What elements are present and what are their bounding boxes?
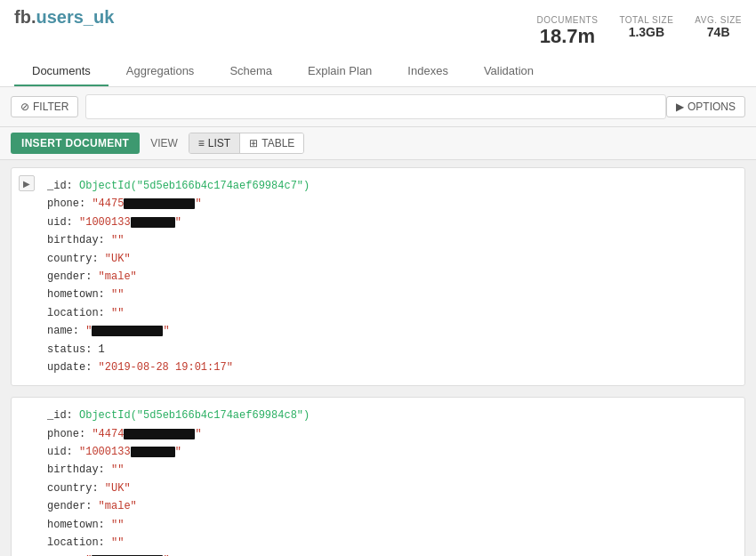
tab-explain-plan[interactable]: Explain Plan — [290, 57, 390, 86]
field-gender: gender: "male" — [47, 268, 734, 286]
filter-icon: ⊘ — [20, 101, 29, 113]
avg-size-label: AVG. SIZE — [695, 15, 742, 25]
field-update: update: "2019-08-28 19:01:17" — [47, 359, 734, 376]
field-gender: gender: "male" — [47, 497, 734, 515]
avg-size-stat: AVG. SIZE 74B — [695, 15, 742, 39]
documents-area: ▶ _id: ObjectId("5d5eb166b4c174aef69984c… — [0, 160, 756, 556]
tab-aggregations[interactable]: Aggregations — [109, 57, 213, 86]
list-icon: ≡ — [198, 137, 205, 149]
redacted-uid — [131, 447, 175, 457]
tab-validation[interactable]: Validation — [466, 57, 551, 86]
filter-input[interactable] — [85, 94, 666, 119]
field-status: status: 1 — [47, 341, 734, 359]
view-label: VIEW — [150, 137, 178, 149]
redacted-name — [92, 326, 163, 336]
field-name: name: " " — [47, 322, 734, 340]
field-name: name: " " — [47, 552, 734, 556]
view-table-button[interactable]: ⊞ TABLE — [240, 133, 303, 153]
collection-name: users_uk — [36, 7, 114, 27]
view-list-button[interactable]: ≡ LIST — [189, 133, 240, 153]
field-country: country: "UK" — [47, 479, 734, 497]
field-birthday: birthday: "" — [47, 231, 734, 249]
header-stats: DOCUMENTS 18.7m TOTAL SIZE 1.3GB AVG. SI… — [536, 15, 742, 48]
document-card: _id: ObjectId("5d5eb166b4c174aef69984c8"… — [11, 397, 745, 556]
document-content: _id: ObjectId("5d5eb166b4c174aef69984c8"… — [47, 407, 734, 556]
total-size-label: TOTAL SIZE — [619, 15, 673, 25]
tab-indexes[interactable]: Indexes — [390, 57, 466, 86]
total-size-value: 1.3GB — [629, 25, 664, 39]
list-label: LIST — [208, 137, 230, 149]
field-id: _id: ObjectId("5d5eb166b4c174aef69984c8"… — [47, 407, 734, 424]
filter-label: FILTER — [33, 101, 68, 113]
tab-documents[interactable]: Documents — [14, 57, 109, 86]
documents-label: DOCUMENTS — [536, 15, 598, 25]
field-phone: phone: "4475 " — [47, 195, 734, 213]
action-bar: INSERT DOCUMENT VIEW ≡ LIST ⊞ TABLE — [0, 127, 756, 160]
avg-size-value: 74B — [707, 25, 730, 39]
document-content: _id: ObjectId("5d5eb166b4c174aef69984c7"… — [47, 177, 734, 376]
redacted-phone — [124, 429, 195, 439]
redacted-phone — [124, 198, 195, 209]
field-country: country: "UK" — [47, 250, 734, 268]
db-title: fb.users_uk — [14, 7, 114, 28]
field-location: location: "" — [47, 534, 734, 552]
field-id: _id: ObjectId("5d5eb166b4c174aef69984c7"… — [47, 177, 734, 195]
redacted-uid — [131, 217, 175, 228]
expand-button[interactable]: ▶ — [19, 175, 35, 191]
options-button[interactable]: ▶ OPTIONS — [666, 96, 745, 117]
options-arrow-icon: ▶ — [676, 101, 684, 113]
field-uid: uid: "1000133 " — [47, 214, 734, 231]
field-location: location: "" — [47, 304, 734, 322]
documents-stat: DOCUMENTS 18.7m — [536, 15, 598, 48]
db-prefix: fb. — [14, 7, 36, 27]
tab-schema[interactable]: Schema — [212, 57, 290, 86]
filter-toolbar: ⊘ FILTER ▶ OPTIONS — [0, 87, 756, 127]
tabs-bar: Documents Aggregations Schema Explain Pl… — [14, 57, 742, 86]
table-label: TABLE — [261, 137, 294, 149]
field-phone: phone: "4474 " — [47, 425, 734, 443]
field-birthday: birthday: "" — [47, 461, 734, 479]
documents-value: 18.7m — [540, 25, 595, 47]
header: fb.users_uk DOCUMENTS 18.7m TOTAL SIZE 1… — [0, 0, 756, 87]
filter-button[interactable]: ⊘ FILTER — [11, 96, 78, 117]
filter-bar: ⊘ FILTER — [11, 94, 666, 119]
options-label: OPTIONS — [688, 101, 736, 113]
field-hometown: hometown: "" — [47, 516, 734, 534]
table-icon: ⊞ — [249, 137, 258, 149]
view-toggle: ≡ LIST ⊞ TABLE — [189, 133, 304, 154]
field-hometown: hometown: "" — [47, 286, 734, 303]
header-top: fb.users_uk DOCUMENTS 18.7m TOTAL SIZE 1… — [14, 7, 742, 53]
field-uid: uid: "1000133 " — [47, 443, 734, 461]
insert-label: INSERT DOCUMENT — [21, 137, 129, 149]
document-card: ▶ _id: ObjectId("5d5eb166b4c174aef69984c… — [11, 167, 745, 386]
insert-document-button[interactable]: INSERT DOCUMENT — [11, 133, 140, 154]
total-size-stat: TOTAL SIZE 1.3GB — [619, 15, 673, 39]
